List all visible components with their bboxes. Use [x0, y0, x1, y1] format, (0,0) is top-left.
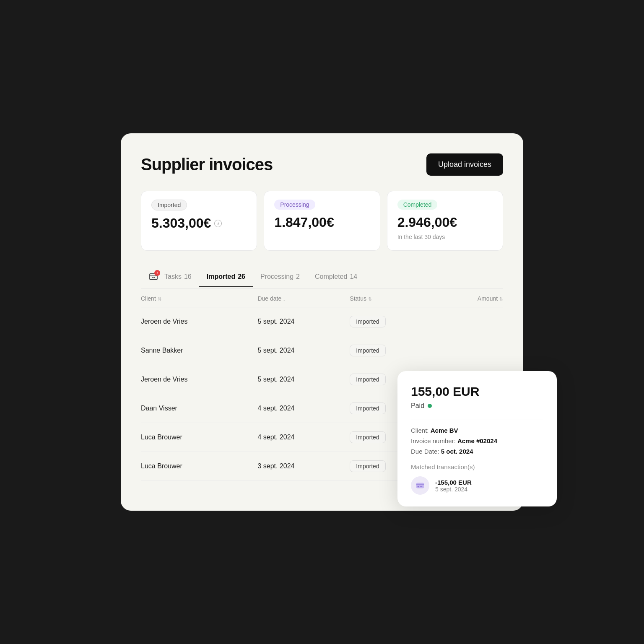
- cell-client: Jeroen de Vries: [141, 365, 257, 394]
- invoice-detail-card: 155,00 EUR Paid Client: Acme BV Invoice …: [397, 371, 557, 506]
- cell-due-date: 4 sept. 2024: [257, 423, 350, 452]
- cell-due-date: 3 sept. 2024: [257, 452, 350, 480]
- header: Supplier invoices Upload invoices: [141, 153, 503, 176]
- info-icon[interactable]: i: [214, 220, 222, 227]
- svg-rect-3: [420, 486, 423, 487]
- summary-cards: Imported 5.303,00€ i Processing 1.847,00…: [141, 191, 503, 251]
- tab-processing-label: Processing: [260, 273, 293, 280]
- cell-client: Sanne Bakker: [141, 336, 257, 365]
- page-title: Supplier invoices: [141, 155, 273, 174]
- transaction-icon: [411, 476, 429, 495]
- tasks-notification-badge: !: [154, 270, 160, 276]
- cell-due-date: 5 sept. 2024: [257, 365, 350, 394]
- cell-amount: [439, 307, 503, 336]
- cell-client: Jeroen de Vries: [141, 307, 257, 336]
- cell-client: Luca Brouwer: [141, 452, 257, 480]
- paid-status-dot: [428, 404, 432, 408]
- amount-sort-icon: ⇅: [499, 296, 503, 301]
- tooltip-invoice-number: Invoice number: Acme #02024: [411, 437, 543, 444]
- cell-amount: [439, 336, 503, 365]
- matched-transactions-title: Matched transaction(s): [411, 463, 543, 470]
- processing-amount: 1.847,00€: [274, 215, 369, 230]
- client-sort-icon: ⇅: [158, 296, 161, 301]
- summary-card-completed: Completed 2.946,00€ In the last 30 days: [387, 191, 503, 251]
- col-amount[interactable]: Amount ⇅: [439, 288, 503, 307]
- app-container: Supplier invoices Upload invoices Import…: [121, 133, 523, 511]
- tab-processing[interactable]: Processing 2: [253, 267, 307, 287]
- col-status[interactable]: Status ⇅: [350, 288, 439, 307]
- svg-point-2: [418, 486, 419, 488]
- transaction-item: -155,00 EUR 5 sept. 2024: [411, 476, 543, 495]
- processing-badge: Processing: [274, 200, 315, 210]
- status-sort-icon: ⇅: [368, 296, 372, 301]
- completed-amount: 2.946,00€: [397, 215, 493, 230]
- tab-completed[interactable]: Completed 14: [307, 267, 365, 287]
- tooltip-amount: 155,00 EUR: [411, 384, 543, 399]
- summary-card-processing: Processing 1.847,00€: [264, 191, 380, 251]
- transaction-date: 5 sept. 2024: [435, 486, 472, 493]
- tab-imported[interactable]: Imported 26: [199, 267, 253, 287]
- tab-tasks[interactable]: ! Tasks 16: [141, 266, 199, 288]
- upload-invoices-button[interactable]: Upload invoices: [426, 153, 503, 176]
- cell-status: Imported: [350, 307, 439, 336]
- transaction-amount: -155,00 EUR: [435, 479, 472, 486]
- tooltip-due-date: Due Date: 5 oct. 2024: [411, 448, 543, 455]
- tooltip-client: Client: Acme BV: [411, 427, 543, 434]
- due-date-sort-icon: ↓: [283, 296, 286, 301]
- tab-completed-label: Completed: [315, 273, 347, 280]
- cell-due-date: 4 sept. 2024: [257, 394, 350, 423]
- imported-badge: Imported: [151, 200, 187, 210]
- completed-subtitle: In the last 30 days: [397, 234, 493, 240]
- cell-client: Luca Brouwer: [141, 423, 257, 452]
- tab-tasks-label: Tasks: [164, 273, 182, 280]
- col-due-date[interactable]: Due date ↓: [257, 288, 350, 307]
- svg-rect-1: [416, 483, 424, 488]
- tooltip-status: Paid: [411, 402, 543, 410]
- cell-client: Daan Visser: [141, 394, 257, 423]
- summary-card-imported: Imported 5.303,00€ i: [141, 191, 257, 251]
- tab-tasks-count: 16: [184, 273, 192, 280]
- table-row[interactable]: Jeroen de Vries 5 sept. 2024 Imported: [141, 307, 503, 336]
- cell-due-date: 5 sept. 2024: [257, 307, 350, 336]
- imported-amount: 5.303,00€ i: [151, 216, 247, 231]
- tab-completed-count: 14: [350, 273, 357, 280]
- table-row[interactable]: Sanne Bakker 5 sept. 2024 Imported: [141, 336, 503, 365]
- transaction-details: -155,00 EUR 5 sept. 2024: [435, 479, 472, 493]
- tab-processing-count: 2: [296, 273, 300, 280]
- cell-status: Imported: [350, 336, 439, 365]
- completed-badge: Completed: [397, 200, 438, 210]
- col-client[interactable]: Client ⇅: [141, 288, 257, 307]
- tab-imported-count: 26: [238, 273, 245, 280]
- tooltip-divider: [411, 420, 543, 420]
- tabs-bar: ! Tasks 16 Imported 26 Processing 2 Comp…: [141, 266, 503, 288]
- tasks-inbox-icon: !: [148, 272, 158, 282]
- tab-imported-label: Imported: [207, 273, 235, 280]
- cell-due-date: 5 sept. 2024: [257, 336, 350, 365]
